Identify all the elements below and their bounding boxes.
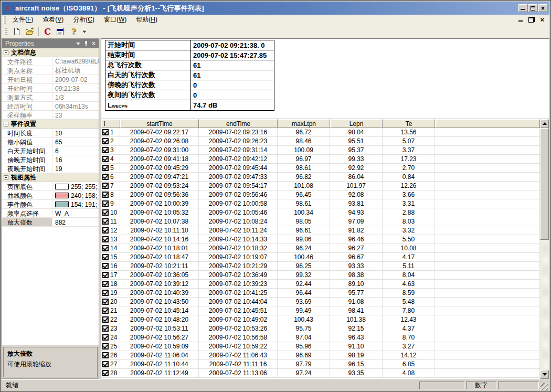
properties-panel-header[interactable]: Properties × xyxy=(2,39,99,48)
row-checkbox[interactable] xyxy=(102,183,109,189)
property-value[interactable]: 16 xyxy=(52,155,99,164)
table-row[interactable]: 2 2009-07-02 09:26:08 2009-07-02 09:26:2… xyxy=(101,137,540,146)
resize-grip[interactable] xyxy=(541,383,548,390)
collapse-toggle-icon[interactable] xyxy=(4,50,8,55)
property-row[interactable]: 时间长度 10 xyxy=(2,129,99,137)
panel-close-icon[interactable]: × xyxy=(92,41,96,46)
column-header[interactable]: i xyxy=(101,119,120,128)
property-row[interactable]: 夜晚开始时间 19 xyxy=(2,164,99,173)
table-row[interactable]: 18 2009-07-02 10:39:12 2009-07-02 10:39:… xyxy=(101,280,540,289)
scroll-up-button[interactable] xyxy=(540,119,549,128)
property-value[interactable]: 06h34m13s xyxy=(52,102,99,110)
row-checkbox[interactable] xyxy=(102,290,109,296)
table-row[interactable]: 6 2009-07-02 09:47:21 2009-07-02 09:47:3… xyxy=(101,173,540,182)
mdi-close-button[interactable]: × xyxy=(540,17,544,23)
table-row[interactable]: 28 2009-07-02 11:12:49 2009-07-02 11:13:… xyxy=(101,369,540,378)
collapse-toggle-icon[interactable] xyxy=(4,122,8,126)
table-row[interactable]: 21 2009-07-02 10:45:14 2009-07-02 10:45:… xyxy=(101,306,540,315)
mdi-minimize-button[interactable] xyxy=(518,17,523,22)
column-header[interactable]: Te xyxy=(383,119,435,128)
vertical-scrollbar[interactable] xyxy=(540,119,549,379)
row-checkbox[interactable] xyxy=(102,245,109,251)
table-row[interactable]: 9 2009-07-02 10:00:39 2009-07-02 10:00:5… xyxy=(101,199,540,208)
property-row[interactable]: 傍晚开始时间 16 xyxy=(2,155,99,164)
row-checkbox[interactable] xyxy=(102,316,109,323)
table-row[interactable]: 7 2009-07-02 09:53:24 2009-07-02 09:54:1… xyxy=(101,182,540,190)
menu-item-c[interactable]: 分析(C) xyxy=(68,14,99,25)
property-value[interactable]: C:\awa6298\机场 xyxy=(52,57,99,66)
row-checkbox[interactable] xyxy=(102,200,109,207)
row-checkbox[interactable] xyxy=(102,138,109,144)
row-checkbox[interactable] xyxy=(102,192,109,198)
row-checkbox[interactable] xyxy=(102,156,109,162)
row-checkbox[interactable] xyxy=(102,147,109,153)
property-row[interactable]: 文件路径 C:\awa6298\机场 xyxy=(2,57,99,66)
row-checkbox[interactable] xyxy=(102,209,109,216)
collapse-toggle-icon[interactable] xyxy=(4,175,8,180)
property-value[interactable]: W_A xyxy=(52,209,99,217)
property-row[interactable]: 频率点选择 W_A xyxy=(2,209,99,218)
toolbar-grip[interactable] xyxy=(5,28,7,35)
row-checkbox[interactable] xyxy=(102,325,109,332)
help-button[interactable]: ? xyxy=(68,26,80,37)
table-row[interactable]: 11 2009-07-02 10:07:38 2009-07-02 10:08:… xyxy=(101,217,540,226)
property-section-header[interactable]: 事件设置 xyxy=(2,120,99,129)
property-row[interactable]: 采样频率 23 xyxy=(2,111,99,120)
color-swatch[interactable] xyxy=(55,202,69,207)
table-row[interactable]: 4 2009-07-02 09:41:18 2009-07-02 09:42:1… xyxy=(101,155,540,164)
table-row[interactable]: 17 2009-07-02 10:36:05 2009-07-02 10:36:… xyxy=(101,271,540,280)
column-header[interactable] xyxy=(435,119,540,128)
scrollbar-thumb[interactable] xyxy=(540,128,549,240)
table-row[interactable]: 12 2009-07-02 10:11:10 2009-07-02 10:11:… xyxy=(101,226,540,235)
close-button[interactable]: × xyxy=(538,4,547,12)
table-row[interactable]: 24 2009-07-02 10:56:27 2009-07-02 10:56:… xyxy=(101,333,540,342)
table-row[interactable]: 14 2009-07-02 10:18:01 2009-07-02 10:18:… xyxy=(101,244,540,253)
color-swatch[interactable] xyxy=(55,193,69,198)
row-checkbox[interactable] xyxy=(102,343,109,349)
toolbar-options-button[interactable] xyxy=(81,26,88,37)
property-row[interactable]: 事件颜色 154; 191; 18 xyxy=(2,200,99,209)
column-header[interactable]: startTime xyxy=(120,119,199,128)
table-row[interactable]: 16 2009-07-02 10:21:11 2009-07-02 10:21:… xyxy=(101,262,540,271)
table-row[interactable]: 1 2009-07-02 09:22:17 2009-07-02 09:23:1… xyxy=(101,128,540,137)
row-checkbox[interactable] xyxy=(102,263,109,269)
table-row[interactable]: 8 2009-07-02 09:56:36 2009-07-02 09:56:4… xyxy=(101,190,540,199)
property-value[interactable]: 882 xyxy=(52,218,99,226)
column-header[interactable]: maxLtpn xyxy=(278,119,330,128)
row-checkbox[interactable] xyxy=(102,227,109,234)
table-row[interactable]: 13 2009-07-02 10:14:16 2009-07-02 10:14:… xyxy=(101,235,540,244)
mdi-restore-button[interactable] xyxy=(528,17,535,23)
menu-item-f[interactable]: 文件(F) xyxy=(8,14,38,25)
table-row[interactable]: 3 2009-07-02 09:31:00 2009-07-02 09:31:1… xyxy=(101,146,540,155)
row-checkbox[interactable] xyxy=(102,308,109,314)
property-value[interactable]: 23 xyxy=(52,111,99,119)
property-value[interactable]: 2009-07-02 xyxy=(52,75,99,83)
property-value[interactable]: 240; 158; 15 xyxy=(52,191,99,199)
property-value[interactable]: 09:21:38 xyxy=(52,84,99,92)
row-checkbox[interactable] xyxy=(102,281,109,287)
row-checkbox[interactable] xyxy=(102,299,109,305)
color-swatch[interactable] xyxy=(55,184,69,189)
property-row[interactable]: 最小阈值 65 xyxy=(2,137,99,146)
property-value[interactable]: 10 xyxy=(52,129,99,137)
property-value[interactable]: 1/3 xyxy=(52,93,99,101)
property-row[interactable]: 测量方式 1/3 xyxy=(2,93,99,102)
property-row[interactable]: 开始日期 2009-07-02 xyxy=(2,75,99,84)
property-value[interactable]: 255; 255; 25 xyxy=(52,182,99,190)
property-value[interactable]: 栎社机场 xyxy=(52,66,99,75)
titlebar[interactable]: ✈ aircraft noise（ISO3891） - [飞机噪声分析1--飞行… xyxy=(2,2,549,15)
row-checkbox[interactable] xyxy=(102,370,109,376)
property-row[interactable]: 测点名称 栎社机场 xyxy=(2,66,99,75)
table-row[interactable]: 10 2009-07-02 10:05:32 2009-07-02 10:05:… xyxy=(101,208,540,217)
menubar-grip[interactable] xyxy=(3,16,6,24)
table-row[interactable]: 15 2009-07-02 10:18:47 2009-07-02 10:19:… xyxy=(101,253,540,262)
property-value[interactable]: 19 xyxy=(52,164,99,173)
calibrate-button[interactable]: C xyxy=(41,26,54,37)
table-row[interactable]: 22 2009-07-02 10:48:20 2009-07-02 10:49:… xyxy=(101,315,540,324)
row-checkbox[interactable] xyxy=(102,129,109,135)
column-header[interactable]: endTime xyxy=(199,119,278,128)
row-checkbox[interactable] xyxy=(102,361,109,367)
table-row[interactable]: 19 2009-07-02 10:40:39 2009-07-02 10:41:… xyxy=(101,289,540,298)
property-value[interactable]: 154; 191; 18 xyxy=(52,200,99,208)
column-header[interactable]: Lepn xyxy=(330,119,383,128)
